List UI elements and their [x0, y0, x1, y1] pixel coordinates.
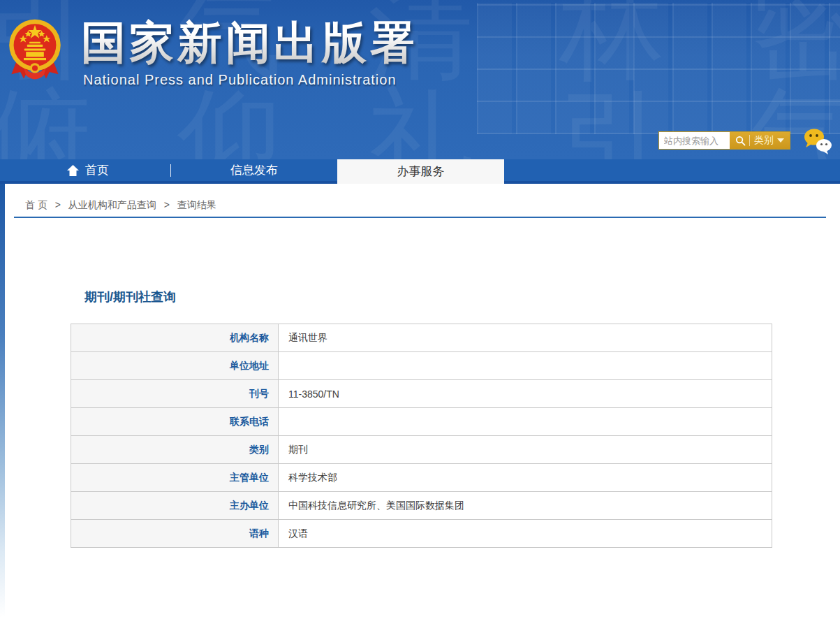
search-icon: [735, 136, 746, 146]
row-label: 语种: [71, 520, 279, 548]
left-accent-strip: [0, 184, 5, 617]
nav-item-services-active[interactable]: 办事服务: [337, 159, 504, 184]
breadcrumb-home[interactable]: 首 页: [25, 199, 47, 210]
table-row: 单位地址: [71, 352, 772, 380]
row-label: 类别: [71, 436, 279, 464]
nav-item-label: 办事服务: [397, 164, 445, 180]
page-title: 期刊/期刊社查询: [84, 289, 176, 305]
table-row: 机构名称 通讯世界: [71, 324, 772, 352]
page: 引 气 清 林 密 俯 仰 礼 引 气 清 林 密 俯 仰: [0, 0, 840, 617]
row-value: 11-3850/TN: [279, 380, 772, 408]
category-dropdown[interactable]: 类别: [754, 134, 774, 147]
nav-item-label: 信息发布: [230, 162, 278, 178]
nav-item-label: 首页: [85, 162, 109, 178]
breadcrumb-current: 查询结果: [177, 199, 216, 210]
site-subtitle: National Press and Publication Administr…: [83, 72, 397, 88]
row-value: 汉语: [279, 520, 772, 548]
row-value: 中国科技信息研究所、美国国际数据集团: [279, 492, 772, 520]
result-table: 机构名称 通讯世界 单位地址 刊号 11-3850/TN 联系电话 类别: [71, 324, 772, 548]
wechat-icon[interactable]: [802, 128, 833, 156]
breadcrumb-separator: >: [164, 199, 170, 210]
row-label: 主办单位: [71, 492, 279, 520]
table-row: 联系电话: [71, 408, 772, 436]
nav-item-news[interactable]: 信息发布: [171, 159, 337, 181]
site-title: 国家新闻出版署: [81, 13, 418, 73]
search-button[interactable]: 类别: [730, 132, 790, 149]
breadcrumb-divider: [14, 217, 826, 218]
row-value: 通讯世界: [279, 324, 772, 352]
table-row: 主办单位 中国科技信息研究所、美国国际数据集团: [71, 492, 772, 520]
row-label: 联系电话: [71, 408, 279, 436]
search-input[interactable]: [659, 132, 730, 149]
home-icon: [67, 165, 79, 176]
breadcrumb-separator: >: [55, 199, 61, 210]
row-value: [279, 408, 772, 436]
row-value: 期刊: [279, 436, 772, 464]
table-row: 主管单位 科学技术部: [71, 464, 772, 492]
content-area: 首 页 > 从业机构和产品查询 > 查询结果 期刊/期刊社查询 机构名称 通讯世…: [0, 184, 840, 617]
breadcrumb-query[interactable]: 从业机构和产品查询: [68, 199, 156, 210]
table-row: 语种 汉语: [71, 520, 772, 548]
search-divider: [749, 135, 750, 146]
main-nav: 首页 信息发布 办事服务: [0, 159, 840, 184]
national-emblem-icon: [7, 16, 63, 86]
table-row: 类别 期刊: [71, 436, 772, 464]
row-label: 单位地址: [71, 352, 279, 380]
nav-item-home[interactable]: 首页: [5, 159, 171, 181]
row-value: [279, 352, 772, 380]
table-row: 刊号 11-3850/TN: [71, 380, 772, 408]
chevron-down-icon: [777, 138, 784, 143]
header-banner: 引 气 清 林 密 俯 仰 礼 引 气 清 林 密 俯 仰: [0, 0, 840, 159]
breadcrumb: 首 页 > 从业机构和产品查询 > 查询结果: [25, 199, 216, 212]
site-search: 类别: [658, 131, 790, 150]
row-value: 科学技术部: [279, 464, 772, 492]
row-label: 主管单位: [71, 464, 279, 492]
seal-grid-watermark: [477, 3, 840, 134]
row-label: 机构名称: [71, 324, 279, 352]
row-label: 刊号: [71, 380, 279, 408]
